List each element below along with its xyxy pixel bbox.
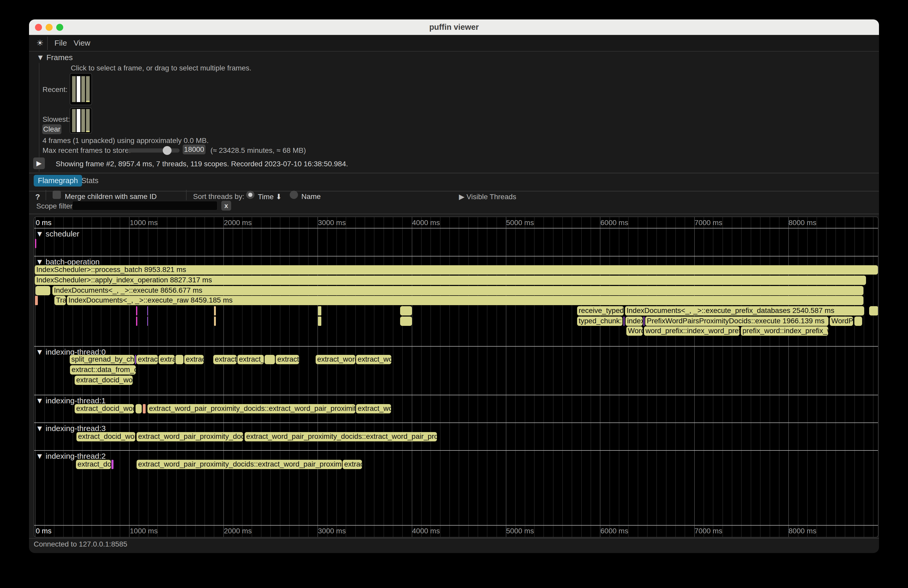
frame-bar[interactable]: [81, 76, 85, 102]
flamegraph-scope-bar[interactable]: [264, 355, 275, 364]
frames-header-label: Frames: [47, 53, 73, 62]
flamegraph-scope-bar[interactable]: extract_wo: [356, 404, 391, 413]
frame-bar[interactable]: [72, 109, 76, 132]
flamegraph-tick[interactable]: [35, 239, 36, 248]
flamegraph-tick[interactable]: [147, 316, 148, 326]
tab-stats[interactable]: Stats: [77, 175, 103, 186]
flamegraph-scope-bar[interactable]: typed_chunk::w: [577, 316, 622, 326]
menu-file[interactable]: File: [55, 39, 67, 47]
flamegraph-scope-bar[interactable]: extra: [159, 355, 175, 364]
flamegraph-tick[interactable]: [214, 306, 216, 315]
flamegraph-scope-bar[interactable]: extrac: [343, 460, 362, 469]
sort-name-radio[interactable]: [290, 191, 298, 199]
flamegraph-scope-bar[interactable]: PrefixWordPairsProximityDocids::execute …: [645, 316, 828, 326]
clear-filter-button[interactable]: x: [221, 201, 231, 210]
flamegraph-scope-bar[interactable]: extrac: [184, 355, 204, 364]
flamegraph-scope-bar[interactable]: extract_word_pair_proximity_docids::extr…: [137, 460, 342, 469]
flamegraph-tick[interactable]: [136, 316, 137, 326]
flamegraph-scope-bar[interactable]: extract: [136, 355, 158, 364]
flamegraph-scope-bar[interactable]: [135, 404, 142, 413]
flamegraph-scope-bar[interactable]: split_grenad_by_chun: [70, 355, 135, 364]
flamegraph-scope-bar[interactable]: [175, 355, 184, 364]
flamegraph-tick[interactable]: [644, 316, 644, 326]
section-separator: [34, 395, 878, 395]
tab-flamegraph[interactable]: Flamegraph: [34, 175, 82, 186]
sort-name-label: Name: [301, 193, 321, 201]
recent-frames-thumbnail[interactable]: [70, 73, 92, 105]
flamegraph-scope-bar[interactable]: receive_typed_: [577, 306, 624, 315]
flamegraph-scope-bar[interactable]: prefix_word::index_prefix_wo: [741, 326, 828, 336]
flamegraph-tick[interactable]: [35, 296, 38, 305]
frame-bar[interactable]: [77, 76, 80, 102]
flamegraph-canvas[interactable]: 0 ms0 ms1000 ms1000 ms2000 ms2000 ms3000…: [34, 217, 879, 538]
flamegraph-scope-bar[interactable]: index: [626, 316, 642, 326]
theme-sun-icon[interactable]: ☀: [36, 38, 44, 48]
thread-header-batch-operation[interactable]: ▼ batch-operation: [36, 257, 100, 266]
frames-collapse-header[interactable]: ▼ Frames: [37, 53, 73, 62]
flamegraph-scope-bar[interactable]: [400, 306, 412, 315]
axis-tick-top: 6000 ms: [601, 218, 628, 227]
flamegraph-scope-bar[interactable]: extract_word_pair_proximity_docids::extr…: [245, 432, 437, 442]
frame-bar[interactable]: [86, 76, 90, 102]
flamegraph-scope-bar[interactable]: extract_: [213, 355, 237, 364]
thread-header-indexing-thread:1[interactable]: ▼ indexing-thread:1: [36, 396, 106, 405]
flamegraph-tick[interactable]: [318, 316, 321, 326]
flamegraph-tick[interactable]: [214, 316, 216, 326]
flamegraph-scope-bar[interactable]: [869, 306, 879, 315]
flamegraph-scope-bar[interactable]: extract_word_pair_proximity_docids: [137, 432, 243, 442]
flamegraph-scope-bar[interactable]: extract_docid_word: [76, 432, 135, 442]
flamegraph-scope-bar[interactable]: Trans: [55, 296, 66, 305]
max-frames-slider[interactable]: [128, 148, 180, 153]
flamegraph-scope-bar[interactable]: extract_docid_word: [75, 376, 133, 385]
max-frames-value[interactable]: 18000: [183, 145, 206, 154]
menu-view[interactable]: View: [74, 39, 90, 47]
flamegraph-scope-bar[interactable]: extract_word: [316, 355, 355, 364]
help-button[interactable]: ?: [35, 193, 40, 201]
axis-tick-top: 7000 ms: [694, 218, 722, 227]
flamegraph-tick[interactable]: [318, 306, 321, 315]
flamegraph-scope-bar[interactable]: IndexDocuments<_, _>::execute_prefix_dat…: [625, 306, 864, 315]
menu-bar: ☀ File View: [29, 35, 879, 51]
flamegraph-scope-bar[interactable]: IndexScheduler>::process_batch 8953.821 …: [35, 265, 878, 275]
flamegraph-scope-bar[interactable]: extract: [276, 355, 299, 364]
scope-filter-input[interactable]: [72, 201, 217, 210]
flamegraph-scope-bar[interactable]: IndexDocuments<_, _>::execute 8656.677 m…: [52, 286, 863, 295]
frame-bar[interactable]: [72, 76, 76, 102]
flamegraph-scope-bar[interactable]: extract_wo: [356, 355, 391, 364]
flamegraph-tick[interactable]: [143, 404, 146, 413]
sort-time-radio[interactable]: [246, 191, 254, 199]
slider-knob[interactable]: [163, 146, 172, 155]
flamegraph-scope-bar[interactable]: extract_word_pair_proximity_docids::extr…: [147, 404, 355, 413]
flamegraph-tick[interactable]: [111, 460, 114, 469]
axis-tick-top: 0 ms: [36, 218, 52, 227]
flamegraph-tick[interactable]: [136, 306, 137, 315]
flamegraph-scope-bar[interactable]: extract::data_from_ob: [70, 365, 136, 374]
flamegraph-scope-bar[interactable]: Word: [626, 326, 642, 336]
flamegraph-scope-bar[interactable]: word_prefix::index_word_prefix_: [644, 326, 740, 336]
flamegraph-scope-bar[interactable]: IndexDocuments<_, _>::execute_raw 8459.1…: [67, 296, 863, 305]
flamegraph-scope-bar[interactable]: extract_docid_word: [75, 404, 134, 413]
flamegraph-scope-bar[interactable]: IndexScheduler>::apply_index_operation 8…: [35, 276, 866, 285]
thread-header-indexing-thread:3[interactable]: ▼ indexing-thread:3: [36, 424, 106, 433]
axis-tick-top: 2000 ms: [224, 218, 252, 227]
flamegraph-scope-bar[interactable]: [854, 316, 862, 326]
frame-bar[interactable]: [86, 109, 90, 132]
flamegraph-scope-bar[interactable]: [35, 286, 50, 295]
flamegraph-tick[interactable]: [135, 355, 136, 364]
thread-header-indexing-thread:2[interactable]: ▼ indexing-thread:2: [36, 452, 106, 461]
frame-bar[interactable]: [81, 109, 85, 132]
play-button[interactable]: ▶: [33, 157, 45, 169]
flamegraph-tick[interactable]: [623, 316, 625, 326]
flamegraph-scope-bar[interactable]: [400, 316, 412, 326]
thread-header-scheduler[interactable]: ▼ scheduler: [36, 230, 79, 238]
merge-children-checkbox[interactable]: [53, 191, 61, 199]
slowest-frames-thumbnail[interactable]: [70, 108, 92, 134]
flamegraph-tick[interactable]: [147, 306, 148, 315]
recent-label: Recent:: [42, 85, 68, 94]
flamegraph-scope-bar[interactable]: extract_doc: [76, 460, 111, 469]
frame-bar[interactable]: [77, 109, 80, 132]
clear-button[interactable]: Clear: [42, 124, 61, 134]
flamegraph-scope-bar[interactable]: extract_t: [237, 355, 264, 364]
flamegraph-scope-bar[interactable]: WordPr: [830, 316, 853, 326]
visible-threads-header[interactable]: ▶ Visible Threads: [459, 193, 516, 201]
